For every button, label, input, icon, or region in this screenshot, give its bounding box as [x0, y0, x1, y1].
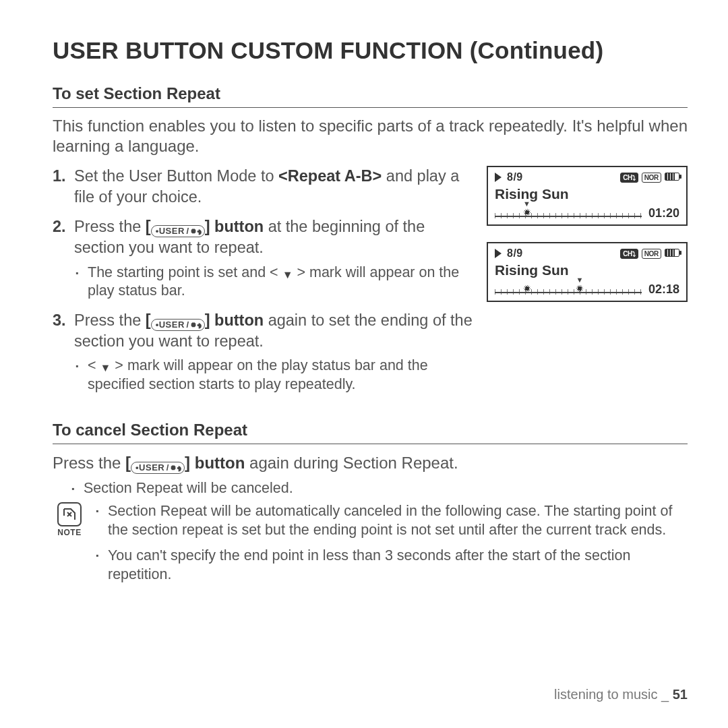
badge-nor: NOR [642, 249, 661, 259]
time-elapsed: 02:18 [648, 282, 679, 297]
step-2-text-a: Press the [74, 218, 146, 235]
cancel-sub: Section Repeat will be canceled. [71, 479, 688, 498]
step-3-text-a: Press the [74, 311, 146, 329]
note-block: NOTE Section Repeat will be automaticall… [53, 502, 688, 591]
step-3-button-ref: [USER] button [146, 311, 264, 329]
note-item-2: You can't specify the end point in less … [96, 547, 688, 584]
user-button-icon: USER [151, 225, 205, 237]
step-2: Press the [USER] button at the beginning… [53, 216, 475, 301]
intro-text: This function enables you to listen to s… [53, 116, 688, 156]
step-1-bold: <Repeat A-B> [278, 167, 382, 185]
progress-bar [495, 210, 642, 219]
note-label: NOTE [53, 528, 86, 537]
play-icon [495, 249, 502, 258]
song-title: Rising Sun [495, 262, 679, 278]
mark-icon: ▼ [282, 268, 293, 282]
battery-icon [665, 173, 679, 181]
step-3: Press the [USER] button again to set the… [53, 310, 475, 394]
subheading-cancel: To cancel Section Repeat [53, 421, 688, 439]
play-icon [495, 173, 502, 182]
battery-icon [665, 249, 679, 257]
note-item-1: Section Repeat will be automatically can… [96, 502, 688, 540]
progress-bar [495, 286, 642, 295]
device-screen-2: 8/9 CH⤵ NOR Rising Sun 02:18 [487, 242, 688, 302]
badge-nor: NOR [642, 173, 661, 183]
track-counter: 8/9 [507, 247, 523, 260]
step-2-button-ref: [USER] button [146, 218, 264, 235]
divider [53, 107, 688, 108]
step-list: Set the User Button Mode to <Repeat A-B>… [53, 166, 475, 394]
cancel-line: Press the [USER] button again during Sec… [53, 452, 688, 474]
section-set-repeat: To set Section Repeat This function enab… [53, 84, 688, 403]
user-button-icon: USER [151, 319, 205, 331]
note-icon [57, 502, 82, 526]
page-title: USER BUTTON CUSTOM FUNCTION (Continued) [53, 37, 688, 64]
time-elapsed: 01:20 [648, 206, 679, 220]
marker-a-icon [522, 206, 533, 216]
step-3-sub: < ▼ > mark will appear on the play statu… [75, 357, 475, 394]
section-cancel-repeat: To cancel Section Repeat Press the [USER… [53, 421, 688, 590]
page-footer: listening to music _ 51 [554, 687, 688, 702]
step-1: Set the User Button Mode to <Repeat A-B>… [53, 166, 475, 207]
device-screen-1: 8/9 CH⤵ NOR Rising Sun 01:20 [487, 166, 688, 226]
badge-ch: CH⤵ [620, 249, 638, 259]
divider [53, 444, 688, 444]
step-2-sub: The starting point is set and < ▼ > mark… [75, 264, 475, 301]
track-counter: 8/9 [507, 171, 523, 183]
marker-a-icon [522, 282, 533, 293]
badge-ch: CH⤵ [620, 173, 638, 183]
marker-b-icon [574, 282, 585, 293]
mark-icon: ▼ [100, 361, 111, 375]
page-number: 51 [673, 687, 688, 702]
subheading-set: To set Section Repeat [53, 84, 688, 103]
user-button-icon: USER [131, 462, 185, 474]
step-1-text-a: Set the User Button Mode to [74, 167, 278, 185]
